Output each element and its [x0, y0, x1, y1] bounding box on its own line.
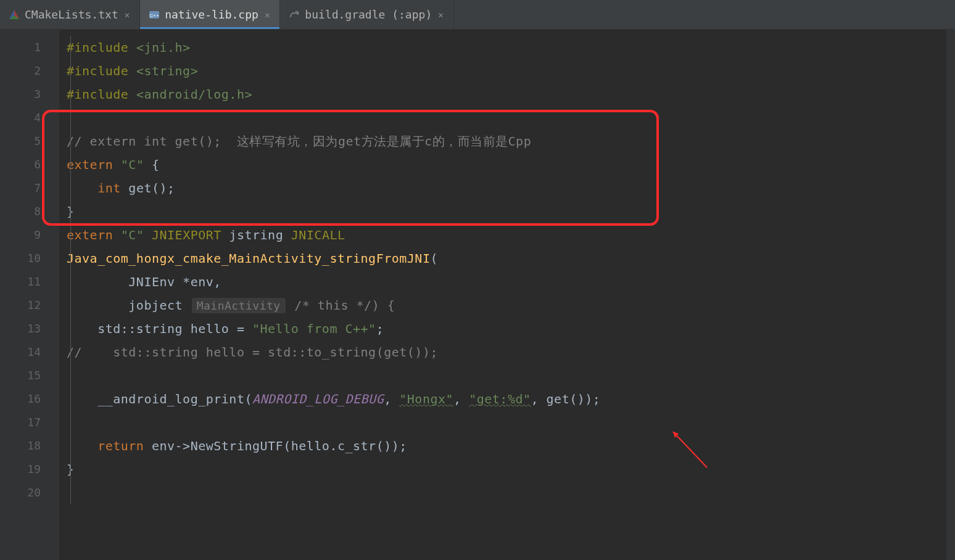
close-icon[interactable]: ✕: [123, 9, 131, 21]
tab-label: CMakeLists.txt: [25, 8, 118, 21]
line-number: 17: [0, 411, 59, 434]
code-line: JNIEnv *env,: [59, 270, 946, 294]
code-line: std::string hello = "Hello from C++";: [59, 317, 946, 340]
fold-guide: [70, 36, 71, 504]
inlay-hint: MainActivity: [192, 298, 286, 313]
tab-label: build.gradle (:app): [305, 8, 432, 21]
line-number: 16: [0, 387, 59, 411]
error-stripe[interactable]: [946, 30, 955, 560]
tab-bar: CMakeLists.txt ✕ C++ native-lib.cpp ✕ bu…: [0, 0, 955, 30]
editor-area: 1 2 3 4 5 6 7 8 9 10 11 12 13 14 15 16 1…: [0, 30, 955, 560]
cpp-icon: C++: [149, 9, 160, 20]
tab-build-gradle[interactable]: build.gradle (:app) ✕: [280, 0, 453, 29]
line-number: 13: [0, 317, 59, 340]
code-line: return env->NewStringUTF(hello.c_str());: [59, 434, 946, 458]
code-line: jobject MainActivity /* this */) {: [59, 294, 946, 317]
line-number: 6: [0, 153, 59, 176]
tab-cmakelists[interactable]: CMakeLists.txt ✕: [0, 0, 140, 29]
line-number: 14: [0, 340, 59, 364]
code-line: // extern int get(); 这样写有坑，因为get方法是属于c的，…: [59, 130, 946, 153]
line-number: 10: [0, 247, 59, 270]
code-editor[interactable]: #include <jni.h> #include <string> #incl…: [59, 30, 946, 560]
code-line: Java_com_hongx_cmake_MainActivity_string…: [59, 247, 946, 270]
close-icon[interactable]: ✕: [263, 9, 271, 21]
code-line: #include <string>: [59, 59, 946, 83]
line-number: 4: [0, 106, 59, 130]
code-line: extern "C" JNIEXPORT jstring JNICALL: [59, 223, 946, 247]
code-line: #include <android/log.h>: [59, 83, 946, 106]
tab-native-lib[interactable]: C++ native-lib.cpp ✕: [140, 0, 280, 29]
tab-label: native-lib.cpp: [165, 8, 258, 21]
code-line: [59, 411, 946, 434]
cmake-icon: [9, 9, 20, 20]
code-line: }: [59, 200, 946, 223]
close-icon[interactable]: ✕: [437, 9, 444, 21]
code-line: // std::string hello = std::to_string(ge…: [59, 340, 946, 364]
code-line: [59, 481, 946, 504]
line-number: 1: [0, 36, 59, 59]
line-number: 18: [0, 434, 59, 458]
line-number: 8: [0, 200, 59, 223]
line-number: 7: [0, 176, 59, 200]
line-number: 5: [0, 130, 59, 153]
line-number: 2: [0, 59, 59, 83]
line-number: 12: [0, 294, 59, 317]
line-number: 11: [0, 270, 59, 294]
line-number: 15: [0, 364, 59, 387]
svg-text:C++: C++: [150, 13, 159, 19]
line-number: 3: [0, 83, 59, 106]
code-line: extern "C" {: [59, 153, 946, 176]
code-line: #include <jni.h>: [59, 36, 946, 59]
line-number: 19: [0, 458, 59, 481]
gradle-icon: [289, 9, 300, 20]
code-line: int get();: [59, 176, 946, 200]
code-line: [59, 364, 946, 387]
code-line: }: [59, 458, 946, 481]
gutter: 1 2 3 4 5 6 7 8 9 10 11 12 13 14 15 16 1…: [0, 30, 59, 560]
line-number: 20: [0, 481, 59, 504]
code-line: [59, 106, 946, 130]
line-number: 9: [0, 223, 59, 247]
code-line: __android_log_print(ANDROID_LOG_DEBUG, "…: [59, 387, 946, 411]
